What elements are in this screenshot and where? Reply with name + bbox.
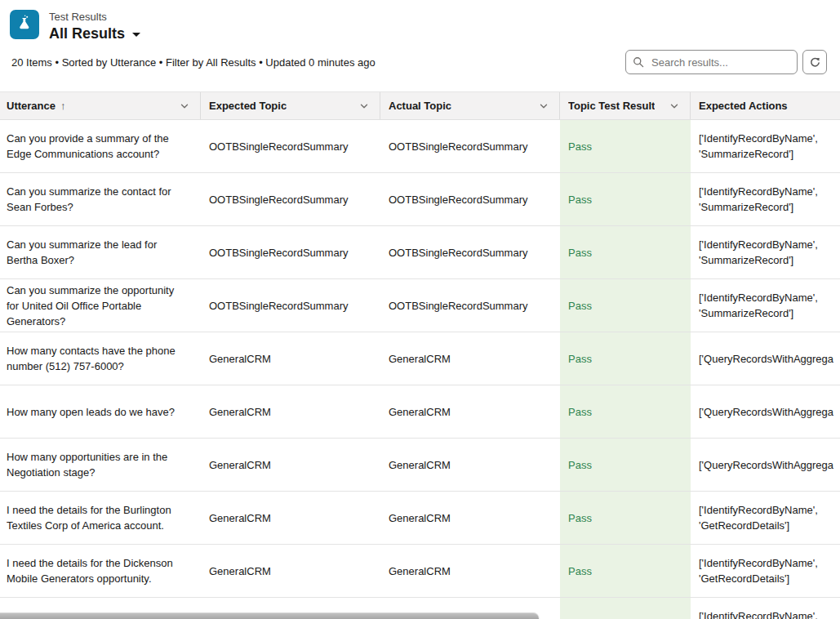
cell-expected-actions: ['QueryRecordsWithAggrega bbox=[691, 332, 840, 385]
cell-expected-actions: ['IdentifyRecordByName', 'SummarizeRecor… bbox=[691, 226, 840, 278]
cell-utterance: How many opportunities are in the Negoti… bbox=[0, 439, 201, 491]
pass-badge: Pass bbox=[568, 510, 592, 526]
cell-actual-topic: OOTBSingleRecordSummary bbox=[380, 279, 560, 332]
cell-expected-actions: ['IdentifyRecordByName', 'GetRecordDetai… bbox=[691, 492, 840, 544]
chevron-down-icon[interactable] bbox=[669, 100, 680, 112]
table-row: How many contacts have the phone number … bbox=[0, 332, 840, 385]
cell-topic-test-result: Pass bbox=[560, 226, 691, 278]
search-box[interactable] bbox=[625, 50, 798, 74]
cell-expected-actions: ['IdentifyRecordByName', bbox=[691, 598, 840, 619]
title-block: Test Results All Results bbox=[49, 10, 140, 42]
table-body: Can you provide a summary of the Edge Co… bbox=[0, 120, 840, 619]
cell-expected-topic: OOTBSingleRecordSummary bbox=[201, 279, 380, 332]
list-view-name: All Results bbox=[49, 25, 125, 42]
toolbar-actions bbox=[625, 50, 827, 74]
cell-expected-actions: ['IdentifyRecordByName', 'SummarizeRecor… bbox=[691, 173, 840, 225]
cell-utterance: How many open leads do we have? bbox=[0, 385, 201, 438]
chevron-down-icon[interactable] bbox=[179, 100, 190, 112]
refresh-button[interactable] bbox=[802, 50, 827, 74]
table-row: How many open leads do we have? GeneralC… bbox=[0, 385, 840, 439]
cell-actual-topic: GeneralCRM bbox=[380, 439, 560, 491]
cell-expected-topic: OOTBSingleRecordSummary bbox=[201, 120, 380, 172]
pass-badge: Pass bbox=[568, 563, 592, 579]
table-row: Can you summarize the lead for Bertha Bo… bbox=[0, 226, 840, 279]
flask-icon bbox=[16, 14, 33, 35]
cell-actual-topic: GeneralCRM bbox=[380, 492, 560, 544]
table-header-row: Utterance ↑ Expected Topic Actual Topic bbox=[0, 91, 840, 120]
pass-badge: Pass bbox=[568, 245, 592, 261]
column-header-utterance[interactable]: Utterance ↑ bbox=[0, 92, 201, 119]
cell-expected-topic: GeneralCRM bbox=[201, 332, 380, 385]
column-label: Expected Topic bbox=[209, 100, 287, 112]
cell-expected-actions: ['QueryRecordsWithAggrega bbox=[691, 385, 840, 438]
pass-badge: Pass bbox=[568, 192, 592, 207]
table-row: I need the details for the Dickenson Mob… bbox=[0, 545, 840, 598]
cell-topic-test-result bbox=[560, 598, 691, 619]
cell-utterance: Can you provide a summary of the Edge Co… bbox=[0, 120, 201, 172]
refresh-icon bbox=[809, 56, 821, 69]
cell-topic-test-result: Pass bbox=[560, 120, 691, 172]
cell-topic-test-result: Pass bbox=[560, 492, 691, 544]
cell-utterance: Can you summarize the lead for Bertha Bo… bbox=[0, 226, 201, 278]
cell-utterance: Can you summarize the opportunity for Un… bbox=[0, 279, 201, 332]
column-label: Actual Topic bbox=[389, 100, 451, 112]
cell-expected-topic: OOTBSingleRecordSummary bbox=[201, 173, 380, 225]
cell-expected-topic: GeneralCRM bbox=[201, 545, 380, 597]
column-header-actual-topic[interactable]: Actual Topic bbox=[380, 92, 560, 119]
chevron-down-icon[interactable] bbox=[358, 100, 370, 112]
cell-actual-topic: OOTBSingleRecordSummary bbox=[380, 226, 560, 278]
chevron-down-icon[interactable] bbox=[538, 100, 549, 112]
table-row: Can you summarize the contact for Sean F… bbox=[0, 173, 840, 226]
cell-actual-topic: GeneralCRM bbox=[380, 332, 560, 385]
column-label: Expected Actions bbox=[699, 100, 788, 112]
table-row: Can you provide a summary of the Edge Co… bbox=[0, 120, 840, 173]
entity-label: Test Results bbox=[49, 11, 140, 23]
cell-topic-test-result: Pass bbox=[560, 385, 691, 438]
pass-badge: Pass bbox=[568, 298, 592, 314]
table-row: Can you summarize the opportunity for Un… bbox=[0, 279, 840, 332]
pass-badge: Pass bbox=[568, 139, 592, 154]
search-icon bbox=[633, 56, 644, 68]
cell-expected-topic: GeneralCRM bbox=[201, 492, 380, 544]
test-results-page: Test Results All Results 20 Items • Sort… bbox=[0, 0, 840, 619]
cell-expected-topic: OOTBSingleRecordSummary bbox=[201, 226, 380, 278]
table-row: I need the details for the Burlington Te… bbox=[0, 492, 840, 545]
cell-topic-test-result: Pass bbox=[560, 173, 691, 225]
cell-expected-topic: GeneralCRM bbox=[201, 439, 380, 491]
cell-utterance: How many contacts have the phone number … bbox=[0, 332, 201, 385]
cell-utterance: I need the details for the Dickenson Mob… bbox=[0, 545, 201, 597]
list-summary: 20 Items • Sorted by Utterance • Filter … bbox=[11, 56, 376, 69]
cell-utterance: Can you summarize the contact for Sean F… bbox=[0, 173, 201, 225]
column-header-expected-topic[interactable]: Expected Topic bbox=[201, 92, 380, 119]
column-label: Topic Test Result bbox=[568, 100, 655, 112]
column-header-expected-actions[interactable]: Expected Actions bbox=[691, 92, 840, 119]
cell-actual-topic: GeneralCRM bbox=[380, 385, 560, 438]
search-input[interactable] bbox=[650, 56, 790, 69]
horizontal-scrollbar-thumb[interactable] bbox=[0, 612, 539, 619]
app-header: Test Results All Results bbox=[0, 0, 840, 41]
column-label: Utterance bbox=[7, 100, 56, 112]
results-table: Utterance ↑ Expected Topic Actual Topic bbox=[0, 91, 840, 619]
cell-actual-topic: OOTBSingleRecordSummary bbox=[380, 173, 560, 225]
cell-utterance: I need the details for the Burlington Te… bbox=[0, 492, 201, 544]
pass-badge: Pass bbox=[568, 351, 592, 367]
cell-expected-actions: ['IdentifyRecordByName', 'SummarizeRecor… bbox=[691, 120, 840, 172]
sort-ascending-icon: ↑ bbox=[60, 100, 66, 112]
cell-topic-test-result: Pass bbox=[560, 332, 691, 385]
test-results-object-icon bbox=[10, 10, 39, 39]
list-toolbar: 20 Items • Sorted by Utterance • Filter … bbox=[0, 41, 840, 83]
column-header-topic-test-result[interactable]: Topic Test Result bbox=[560, 92, 691, 119]
cell-topic-test-result: Pass bbox=[560, 545, 691, 597]
table-row: How many opportunities are in the Negoti… bbox=[0, 439, 840, 492]
pass-badge: Pass bbox=[568, 457, 592, 473]
cell-expected-actions: ['IdentifyRecordByName', 'SummarizeRecor… bbox=[691, 279, 840, 332]
cell-actual-topic: OOTBSingleRecordSummary bbox=[380, 120, 560, 172]
pass-badge: Pass bbox=[568, 404, 592, 420]
list-view-selector[interactable]: All Results bbox=[49, 25, 140, 42]
cell-expected-actions: ['QueryRecordsWithAggrega bbox=[691, 439, 840, 491]
cell-expected-topic: GeneralCRM bbox=[201, 385, 380, 438]
cell-topic-test-result: Pass bbox=[560, 439, 691, 491]
cell-topic-test-result: Pass bbox=[560, 279, 691, 332]
cell-actual-topic: GeneralCRM bbox=[380, 545, 560, 597]
cell-expected-actions: ['IdentifyRecordByName', 'GetRecordDetai… bbox=[691, 545, 840, 597]
